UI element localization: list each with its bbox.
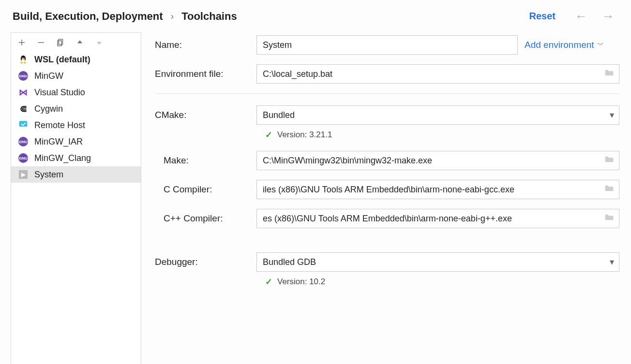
move-up-icon[interactable] bbox=[75, 38, 85, 47]
toolchain-item[interactable]: GNUMinGW_Clang bbox=[11, 150, 141, 166]
env-file-value: C:\local_setup.bat bbox=[263, 69, 332, 79]
remote-icon bbox=[18, 120, 29, 131]
toolchain-item[interactable]: GNUMinGW_IAR bbox=[11, 133, 141, 150]
divider bbox=[155, 93, 619, 94]
chevron-right-icon: › bbox=[170, 11, 174, 22]
cmake-select[interactable]: Bundled ▾ bbox=[256, 105, 619, 125]
toolchain-item[interactable]: ⋈Visual Studio bbox=[11, 84, 141, 101]
debugger-status: ✓ Version: 10.2 bbox=[155, 277, 619, 287]
toolchain-item[interactable]: GNUMinGW bbox=[11, 68, 141, 84]
gnu-icon: GNU bbox=[18, 153, 29, 163]
folder-icon[interactable] bbox=[604, 155, 614, 166]
breadcrumb: Build, Execution, Deployment › Toolchain… bbox=[13, 10, 237, 23]
tux-icon bbox=[18, 54, 29, 65]
gnu-icon: GNU bbox=[18, 136, 29, 147]
toolchain-sidebar: WSL (default)GNUMinGW⋈Visual Studio⋐Cygw… bbox=[11, 32, 141, 364]
env-file-input[interactable]: C:\local_setup.bat bbox=[256, 64, 619, 84]
svg-point-6 bbox=[24, 58, 25, 58]
toolchain-label: MinGW_Clang bbox=[34, 153, 91, 163]
toolchain-label: System bbox=[34, 170, 63, 180]
system-icon: ▶ bbox=[18, 169, 29, 180]
name-value: System bbox=[263, 40, 292, 50]
svg-rect-1 bbox=[59, 39, 62, 44]
toolchain-label: MinGW bbox=[34, 71, 63, 81]
svg-point-8 bbox=[24, 62, 26, 63]
debugger-value: Bundled GDB bbox=[263, 257, 316, 267]
toolchain-form: Name: System Add environment ﹀ Environme… bbox=[141, 32, 631, 364]
move-down-icon[interactable] bbox=[94, 38, 104, 47]
breadcrumb-current: Toolchains bbox=[181, 10, 237, 23]
toolchain-item[interactable]: ▶System bbox=[11, 166, 141, 183]
c-compiler-input[interactable]: iles (x86)\GNU Tools ARM Embedded\bin\ar… bbox=[256, 180, 619, 199]
name-input[interactable]: System bbox=[256, 35, 518, 55]
cmake-status: ✓ Version: 3.21.1 bbox=[155, 130, 619, 140]
folder-icon[interactable] bbox=[604, 184, 614, 195]
forward-arrow-icon[interactable]: → bbox=[602, 9, 615, 24]
c-compiler-label: C Compiler: bbox=[155, 184, 247, 195]
toolchain-item[interactable]: WSL (default) bbox=[11, 51, 141, 68]
toolchain-label: MinGW_IAR bbox=[34, 137, 83, 147]
gnu-icon: GNU bbox=[18, 71, 29, 81]
folder-icon[interactable] bbox=[604, 69, 614, 80]
svg-point-4 bbox=[22, 58, 25, 62]
cpp-compiler-value: es (x86)\GNU Tools ARM Embedded\bin\arm-… bbox=[263, 214, 512, 224]
add-icon[interactable] bbox=[17, 38, 27, 47]
add-environment-link[interactable]: Add environment ﹀ bbox=[525, 40, 604, 50]
back-arrow-icon[interactable]: ← bbox=[575, 9, 587, 24]
folder-icon[interactable] bbox=[604, 213, 614, 224]
debugger-label: Debugger: bbox=[155, 257, 247, 267]
cygwin-icon: ⋐ bbox=[18, 103, 29, 114]
caret-down-icon: ▾ bbox=[610, 110, 614, 120]
header: Build, Execution, Deployment › Toolchain… bbox=[0, 0, 631, 32]
cpp-compiler-input[interactable]: es (x86)\GNU Tools ARM Embedded\bin\arm-… bbox=[256, 209, 619, 228]
toolchain-list: WSL (default)GNUMinGW⋈Visual Studio⋐Cygw… bbox=[11, 51, 141, 364]
toolchain-item[interactable]: Remote Host bbox=[11, 117, 141, 133]
svg-rect-9 bbox=[19, 121, 28, 127]
cpp-compiler-label: C++ Compiler: bbox=[155, 213, 247, 224]
toolchain-item[interactable]: ⋐Cygwin bbox=[11, 101, 141, 117]
env-file-label: Environment file: bbox=[155, 69, 247, 79]
toolchain-label: Remote Host bbox=[34, 120, 85, 131]
caret-down-icon: ▾ bbox=[610, 257, 614, 267]
toolchain-label: Visual Studio bbox=[34, 87, 85, 98]
svg-rect-0 bbox=[38, 42, 44, 43]
toolchain-label: Cygwin bbox=[34, 104, 63, 114]
svg-rect-2 bbox=[58, 41, 61, 46]
debugger-select[interactable]: Bundled GDB ▾ bbox=[256, 252, 619, 272]
vs-icon: ⋈ bbox=[18, 87, 29, 98]
make-label: Make: bbox=[155, 155, 247, 166]
reset-button[interactable]: Reset bbox=[529, 11, 556, 22]
make-input[interactable]: C:\MinGW\mingw32\bin\mingw32-make.exe bbox=[256, 151, 619, 170]
c-compiler-value: iles (x86)\GNU Tools ARM Embedded\bin\ar… bbox=[263, 185, 514, 195]
svg-point-5 bbox=[22, 58, 23, 58]
make-value: C:\MinGW\mingw32\bin\mingw32-make.exe bbox=[263, 156, 432, 166]
check-icon: ✓ bbox=[265, 130, 272, 140]
cmake-label: CMake: bbox=[155, 110, 247, 120]
chevron-down-icon: ﹀ bbox=[597, 41, 604, 49]
breadcrumb-parent[interactable]: Build, Execution, Deployment bbox=[13, 10, 163, 23]
cmake-value: Bundled bbox=[263, 110, 295, 120]
remove-icon[interactable] bbox=[36, 38, 46, 47]
sidebar-toolbar bbox=[11, 33, 141, 51]
name-label: Name: bbox=[155, 40, 247, 50]
svg-point-7 bbox=[20, 62, 23, 63]
check-icon: ✓ bbox=[265, 277, 272, 287]
toolchain-label: WSL (default) bbox=[34, 55, 90, 65]
copy-icon[interactable] bbox=[56, 38, 65, 47]
